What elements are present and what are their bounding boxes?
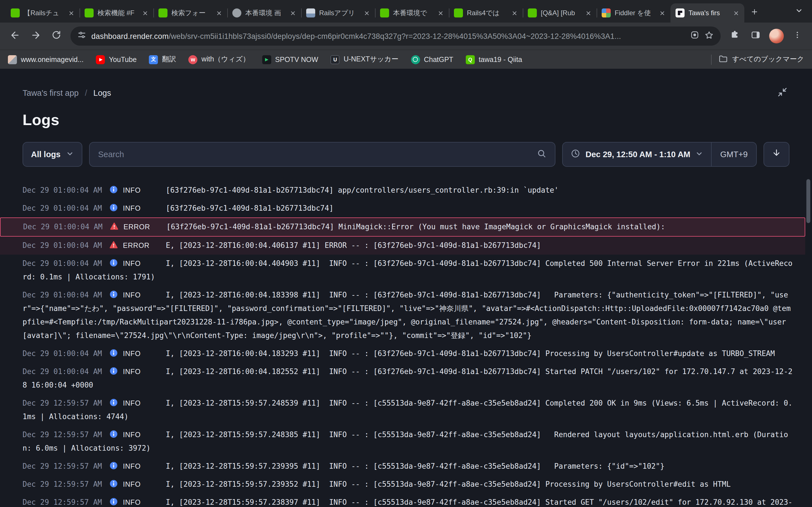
bookmark-label: ChatGPT bbox=[424, 55, 453, 63]
back-icon bbox=[9, 30, 20, 43]
reload-button[interactable] bbox=[47, 27, 65, 45]
bookmark-item[interactable]: with（ウィズ） bbox=[189, 55, 250, 64]
tab-favicon bbox=[380, 8, 389, 17]
log-level: INFO bbox=[109, 184, 166, 197]
log-level-icon bbox=[109, 398, 118, 407]
tab-title: Tawa's firs bbox=[689, 9, 727, 17]
log-row[interactable]: Dec 29 01:00:04 AMERRORE, [2023-12-28T16… bbox=[0, 237, 805, 255]
log-row[interactable]: Dec 29 12:59:57 AMINFOI, [2023-12-28T15:… bbox=[0, 494, 805, 507]
time-range-value: Dec 29, 12:50 AM - 1:10 AM bbox=[586, 150, 691, 159]
browser-tab[interactable]: 本番環境で bbox=[375, 3, 449, 22]
scrollbar-thumb[interactable] bbox=[806, 179, 810, 223]
browser-tab[interactable]: 検索フォー bbox=[153, 3, 227, 22]
log-row[interactable]: Dec 29 01:00:04 AMINFOI, [2023-12-28T16:… bbox=[0, 286, 805, 345]
tab-title: 【Railsチュ bbox=[24, 8, 63, 18]
log-level: INFO bbox=[109, 397, 166, 410]
log-message: I, [2023-12-28T15:59:57.239352 #11] INFO… bbox=[166, 480, 731, 489]
side-panel-button[interactable] bbox=[747, 27, 765, 45]
bookmark-item[interactable]: YouTube bbox=[96, 55, 137, 64]
breadcrumb-app-link[interactable]: Tawa's first app bbox=[22, 89, 79, 98]
log-level: INFO bbox=[109, 496, 166, 507]
time-range-button[interactable]: Dec 29, 12:50 AM - 1:10 AM bbox=[563, 143, 711, 166]
extensions-button[interactable] bbox=[726, 27, 744, 45]
bookmark-label: YouTube bbox=[109, 55, 137, 63]
address-bar[interactable]: dashboard.render.com/web/srv-cm5ii1i1hbl… bbox=[70, 26, 721, 46]
tab-favicon bbox=[158, 8, 167, 17]
bookmark-item[interactable]: U-NEXTサッカー bbox=[331, 55, 399, 64]
log-level-icon bbox=[109, 240, 118, 249]
log-level-icon bbox=[109, 480, 118, 488]
log-level-label: INFO bbox=[123, 205, 141, 212]
menu-button[interactable] bbox=[788, 27, 806, 45]
back-button[interactable] bbox=[6, 27, 24, 45]
tab-close-button[interactable] bbox=[510, 8, 519, 17]
log-row[interactable]: Dec 29 01:00:04 AMINFO[63f276eb-97c1-409… bbox=[0, 181, 805, 200]
browser-tab[interactable]: 検索機能 #F bbox=[80, 3, 153, 22]
log-scope-select[interactable]: All logs bbox=[22, 142, 82, 167]
browser-tab[interactable]: 本番環境 画 bbox=[227, 3, 301, 22]
all-bookmarks-button[interactable]: すべてのブックマーク bbox=[719, 54, 804, 65]
log-row[interactable]: Dec 29 01:00:04 AMINFOI, [2023-12-28T16:… bbox=[0, 345, 805, 363]
timezone-label: GMT+9 bbox=[711, 143, 756, 166]
log-level-icon bbox=[109, 203, 118, 212]
log-row[interactable]: Dec 29 12:59:57 AMINFOI, [2023-12-28T15:… bbox=[0, 426, 805, 457]
log-level-label: INFO bbox=[123, 462, 141, 470]
bookmark-favicon bbox=[262, 55, 271, 64]
log-level-icon bbox=[109, 497, 118, 506]
browser-window: 【Railsチュ 検索機能 #F 検索フォー 本番環境 画 Railsアプリ 本… bbox=[0, 0, 812, 507]
forward-button[interactable] bbox=[27, 27, 45, 45]
bookmark-item[interactable]: ChatGPT bbox=[411, 55, 453, 64]
tab-close-button[interactable] bbox=[362, 8, 371, 17]
browser-tab[interactable]: Rails4では bbox=[449, 3, 523, 22]
browser-tab[interactable]: [Q&A] [Rub bbox=[523, 3, 597, 22]
log-row[interactable]: Dec 29 12:59:57 AMINFOI, [2023-12-28T15:… bbox=[0, 394, 805, 426]
browser-tab[interactable]: Tawa's firs bbox=[670, 3, 744, 22]
tab-close-button[interactable] bbox=[214, 8, 223, 17]
tab-close-button[interactable] bbox=[583, 8, 593, 17]
browser-tab[interactable]: Railsアプリ bbox=[301, 3, 375, 22]
tab-close-button[interactable] bbox=[140, 8, 149, 17]
log-level-label: INFO bbox=[123, 186, 141, 194]
bookmark-star-icon[interactable] bbox=[704, 30, 714, 42]
tab-favicon bbox=[454, 8, 463, 17]
profile-avatar[interactable] bbox=[769, 29, 784, 43]
log-row[interactable]: Dec 29 01:00:04 AMERROR[63f276eb-97c1-40… bbox=[0, 217, 805, 237]
bookmark-item[interactable]: www.oneimagevid... bbox=[8, 55, 84, 64]
log-timestamp: Dec 29 01:00:04 AM bbox=[23, 220, 110, 234]
browser-tab[interactable]: Fiddler を使 bbox=[597, 3, 670, 22]
download-icon bbox=[771, 148, 781, 161]
log-timestamp: Dec 29 01:00:04 AM bbox=[22, 288, 109, 302]
download-logs-button[interactable] bbox=[763, 142, 790, 167]
collapse-button[interactable] bbox=[775, 86, 790, 100]
search-box[interactable] bbox=[89, 142, 556, 167]
new-tab-button[interactable] bbox=[747, 5, 762, 21]
search-input[interactable] bbox=[98, 150, 531, 159]
log-level-label: INFO bbox=[123, 431, 141, 439]
log-row[interactable]: Dec 29 12:59:57 AMINFOI, [2023-12-28T15:… bbox=[0, 457, 805, 475]
bookmark-item[interactable]: 翻訳 bbox=[149, 55, 176, 64]
log-row[interactable]: Dec 29 01:00:04 AMINFOI, [2023-12-28T16:… bbox=[0, 255, 805, 286]
tab-favicon bbox=[11, 8, 20, 17]
tab-title: 本番環境で bbox=[393, 8, 432, 18]
tab-title: Rails4では bbox=[467, 8, 506, 18]
tab-favicon bbox=[232, 8, 241, 17]
tab-close-button[interactable] bbox=[288, 8, 297, 17]
log-row[interactable]: Dec 29 01:00:04 AMINFO[63f276eb-97c1-409… bbox=[0, 200, 805, 217]
tab-close-button[interactable] bbox=[731, 8, 741, 17]
tab-title: 本番環境 画 bbox=[245, 8, 284, 18]
log-row[interactable]: Dec 29 01:00:04 AMINFOI, [2023-12-28T16:… bbox=[0, 363, 805, 394]
browser-tab[interactable]: 【Railsチュ bbox=[6, 3, 80, 22]
tab-close-button[interactable] bbox=[436, 8, 445, 17]
log-level: INFO bbox=[109, 347, 166, 360]
tab-search-button[interactable] bbox=[792, 4, 806, 19]
log-level: INFO bbox=[109, 257, 166, 270]
tab-close-button[interactable] bbox=[66, 8, 75, 17]
lens-icon[interactable] bbox=[690, 31, 699, 42]
log-message: [63f276eb-97c1-409d-81a1-b267713dbc74] M… bbox=[166, 223, 665, 231]
site-info-icon[interactable] bbox=[77, 31, 86, 42]
tab-close-button[interactable] bbox=[658, 8, 666, 17]
log-row[interactable]: Dec 29 12:59:57 AMINFOI, [2023-12-28T15:… bbox=[0, 475, 805, 494]
bookmark-item[interactable]: SPOTV NOW bbox=[262, 55, 318, 64]
chevron-down-icon bbox=[66, 150, 74, 159]
bookmark-item[interactable]: tawa19 - Qiita bbox=[466, 55, 522, 64]
